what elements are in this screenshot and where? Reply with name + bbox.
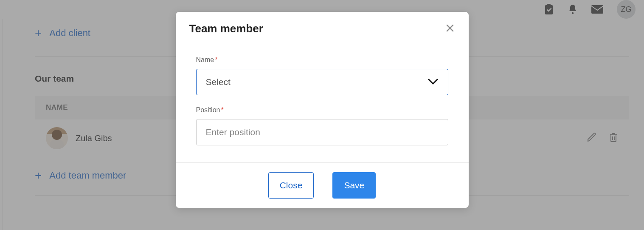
- modal-header: Team member: [176, 12, 469, 44]
- position-input[interactable]: [196, 119, 448, 145]
- team-member-modal: Team member Name* Select Position: [176, 12, 469, 208]
- name-select-placeholder: Select: [206, 77, 231, 87]
- close-button-label: Close: [280, 180, 303, 190]
- modal-footer: Close Save: [176, 162, 469, 208]
- close-button[interactable]: Close: [268, 172, 314, 199]
- position-label: Position*: [196, 106, 448, 114]
- name-label-text: Name: [196, 56, 214, 63]
- required-asterisk: *: [221, 106, 223, 114]
- name-select[interactable]: Select: [196, 69, 448, 95]
- required-asterisk: *: [215, 56, 217, 63]
- modal-body: Name* Select Position*: [176, 44, 469, 162]
- name-field-group: Name* Select: [196, 56, 448, 95]
- name-label: Name*: [196, 56, 448, 64]
- close-icon[interactable]: [445, 23, 455, 35]
- modal-title: Team member: [189, 22, 263, 35]
- save-button[interactable]: Save: [332, 172, 376, 199]
- chevron-down-icon: [427, 77, 439, 87]
- save-button-label: Save: [344, 180, 364, 190]
- position-label-text: Position: [196, 106, 220, 114]
- modal-overlay[interactable]: Team member Name* Select Position: [0, 0, 644, 230]
- position-field-group: Position*: [196, 106, 448, 145]
